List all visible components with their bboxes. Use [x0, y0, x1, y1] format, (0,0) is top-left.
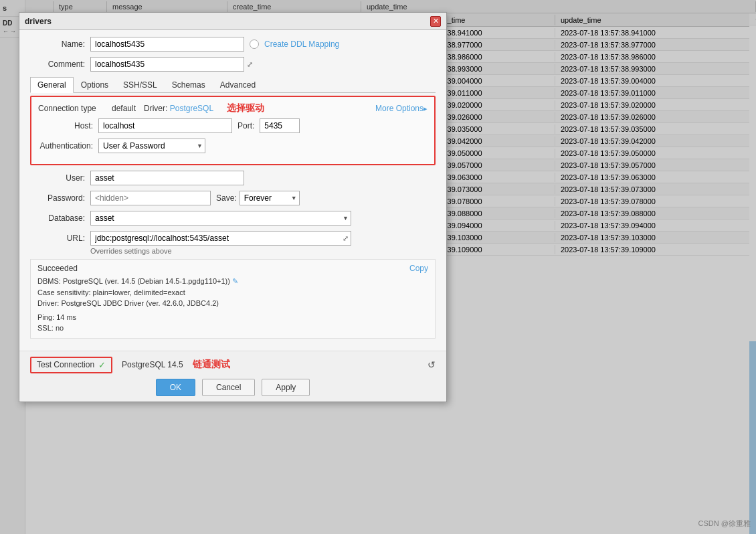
database-wrapper: ▼: [90, 211, 351, 226]
comment-row: Comment: ⤢: [30, 57, 436, 72]
test-conn-row: Test Connection ✓ PostgreSQL 14.5 链通测试 ↺: [30, 357, 436, 373]
test-conn-group: Test Connection ✓ PostgreSQL 14.5 链通测试: [30, 357, 230, 373]
database-row: Database: ▼: [30, 211, 436, 226]
save-select[interactable]: Forever Until restart Never: [240, 191, 300, 205]
password-row: Password: Save: Forever Until restart Ne…: [30, 191, 436, 205]
auth-select-wrapper: User & Password ▼: [98, 139, 205, 153]
user-row: User:: [30, 171, 436, 185]
ok-button[interactable]: OK: [156, 379, 195, 396]
name-row-extras: Create DDL Mapping: [250, 39, 339, 49]
tab-options[interactable]: Options: [74, 77, 116, 92]
radio-button[interactable]: [250, 39, 259, 49]
database-label: Database:: [30, 213, 90, 223]
host-input[interactable]: [98, 118, 232, 133]
comment-input[interactable]: [90, 57, 244, 72]
host-label: Host:: [38, 121, 98, 130]
tab-sshssl[interactable]: SSH/SSL: [116, 77, 165, 92]
more-options-arrow[interactable]: ▸: [423, 104, 428, 113]
button-row: OK Cancel Apply: [30, 379, 436, 396]
check-icon: ✓: [98, 360, 106, 370]
host-row: Host: Port:: [38, 118, 428, 133]
driver-label: Driver:: [144, 104, 167, 113]
annotation-top: 选择驱动: [227, 102, 264, 114]
save-label: Save:: [216, 193, 237, 203]
tab-advanced[interactable]: Advanced: [213, 77, 263, 92]
connection-dialog: drivers ✕ Name: Create DDL Mapping Comme…: [19, 12, 447, 402]
copy-button[interactable]: Copy: [409, 264, 428, 273]
dialog-title: drivers: [25, 17, 52, 26]
url-input[interactable]: [90, 231, 351, 246]
driver-link[interactable]: PostgreSQL: [170, 104, 213, 113]
apply-button[interactable]: Apply: [262, 379, 310, 396]
status-line5: SSL: no: [37, 323, 428, 334]
auth-row: Authentication: User & Password ▼: [38, 139, 428, 153]
pg-version: PostgreSQL 14.5: [122, 360, 183, 369]
tab-schemas[interactable]: Schemas: [165, 77, 213, 92]
name-input[interactable]: [90, 37, 244, 52]
name-label: Name:: [30, 39, 90, 49]
status-line3: Driver: PostgreSQL JDBC Driver (ver. 42.…: [37, 298, 428, 309]
auth-label: Authentication:: [38, 141, 98, 151]
cancel-button[interactable]: Cancel: [202, 379, 255, 396]
dialog-bottom: Test Connection ✓ PostgreSQL 14.5 链通测试 ↺…: [19, 351, 446, 402]
dialog-titlebar: drivers ✕: [19, 13, 446, 30]
port-input[interactable]: [260, 118, 300, 133]
dialog-body: Name: Create DDL Mapping Comment: ⤢ Gene…: [19, 30, 446, 351]
status-line1: DBMS: PostgreSQL (ver. 14.5 (Debian 14.5…: [37, 276, 428, 287]
url-expand-icon[interactable]: ⤢: [343, 234, 349, 243]
status-line4: Ping: 14 ms: [37, 312, 428, 323]
name-row: Name: Create DDL Mapping: [30, 37, 436, 52]
close-button[interactable]: ✕: [430, 16, 441, 27]
modal-overlay: drivers ✕ Name: Create DDL Mapping Comme…: [0, 0, 756, 534]
save-select-wrapper: Forever Until restart Never ▼: [240, 191, 300, 205]
test-conn-label: Test Connection: [37, 360, 94, 369]
user-label: User:: [30, 173, 90, 183]
comment-label: Comment:: [30, 60, 90, 69]
status-line2: Case sensitivity: plain=lower, delimited…: [37, 287, 428, 298]
create-ddl-link[interactable]: Create DDL Mapping: [264, 39, 339, 49]
database-dropdown-icon[interactable]: ▼: [343, 215, 349, 221]
conn-type-default[interactable]: default: [112, 104, 136, 113]
status-area: Succeeded Copy DBMS: PostgreSQL (ver. 14…: [30, 259, 436, 339]
password-label: Password:: [30, 193, 90, 203]
auth-select[interactable]: User & Password: [98, 139, 205, 153]
password-input[interactable]: [90, 191, 211, 205]
refresh-icon[interactable]: ↺: [428, 359, 436, 370]
tabs-bar: General Options SSH/SSL Schemas Advanced: [30, 77, 436, 93]
url-wrapper: ⤢: [90, 231, 351, 246]
edit-icon[interactable]: ✎: [232, 277, 238, 285]
expand-icon[interactable]: ⤢: [247, 60, 253, 69]
connection-type-box: Connection type default Driver: PostgreS…: [30, 96, 436, 165]
tab-general[interactable]: General: [30, 77, 74, 93]
test-connection-box[interactable]: Test Connection ✓: [30, 357, 112, 373]
port-label: Port:: [238, 121, 254, 130]
user-input[interactable]: [90, 171, 244, 185]
url-note: Overrides settings above: [90, 247, 436, 255]
status-header: Succeeded Copy: [37, 264, 428, 273]
status-text: DBMS: PostgreSQL (ver. 14.5 (Debian 14.5…: [37, 276, 428, 334]
status-succeeded: Succeeded: [37, 264, 78, 273]
url-label: URL:: [30, 234, 90, 243]
database-input[interactable]: [90, 211, 351, 226]
url-row: URL: ⤢: [30, 231, 436, 246]
conn-type-row: Connection type default Driver: PostgreS…: [38, 102, 428, 114]
annotation-bottom: 链通测试: [193, 359, 230, 371]
conn-type-label: Connection type: [38, 104, 112, 113]
more-options-link[interactable]: More Options: [375, 104, 423, 113]
